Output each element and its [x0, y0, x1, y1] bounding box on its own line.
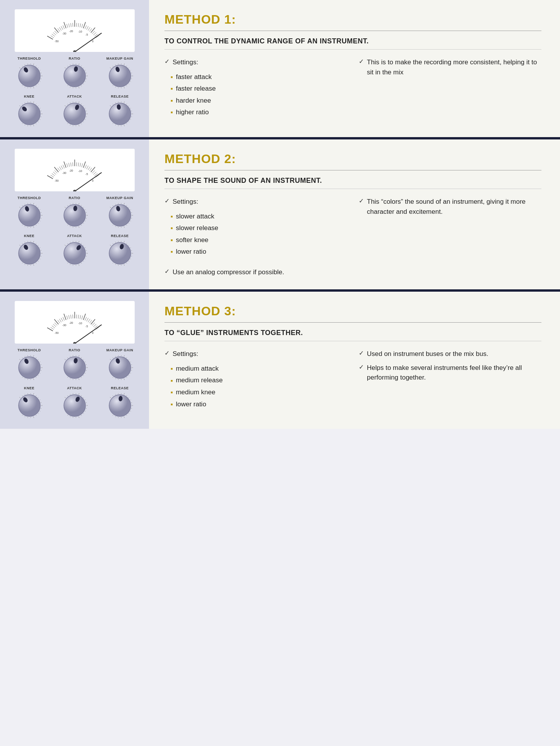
knob-container[interactable] [15, 392, 43, 419]
knob-label: RELEASE [111, 234, 128, 238]
svg-line-310 [85, 259, 86, 259]
svg-point-467 [19, 395, 40, 416]
settings-label: Settings: [173, 57, 198, 67]
svg-line-128 [67, 104, 68, 105]
svg-rect-171 [15, 149, 135, 191]
knob-container[interactable] [106, 392, 134, 419]
svg-line-155 [126, 103, 127, 104]
knob-container[interactable] [15, 100, 43, 128]
svg-line-426 [113, 358, 113, 358]
svg-line-57 [25, 87, 25, 88]
settings-column: ✓Settings:slower attackslower releasesof… [164, 197, 347, 258]
svg-line-491 [110, 397, 111, 399]
knob-container[interactable] [106, 239, 134, 267]
list-item: faster attack [171, 71, 347, 83]
svg-line-483 [81, 415, 81, 416]
svg-line-259 [124, 203, 124, 205]
svg-text:-20: -20 [69, 321, 73, 324]
method-title: METHOD 2: [164, 152, 541, 166]
svg-point-445 [109, 357, 131, 378]
check-icon: ✓ [164, 58, 170, 65]
vu-meter: -50-30-20-10-50 [15, 301, 135, 344]
svg-text:-5: -5 [85, 33, 87, 36]
svg-line-273 [113, 225, 113, 225]
svg-text:0: 0 [92, 179, 93, 182]
svg-line-149 [110, 105, 111, 107]
svg-line-52 [38, 84, 38, 84]
svg-line-151 [115, 102, 116, 103]
list-item: slower attack [171, 211, 347, 223]
svg-line-76 [79, 87, 79, 88]
knob-container[interactable] [61, 392, 89, 419]
knob-label: ATTACK [67, 234, 82, 238]
list-item: medium attack [171, 363, 347, 375]
knob-container[interactable] [61, 239, 89, 267]
svg-line-268 [126, 225, 127, 226]
svg-line-237 [79, 203, 79, 205]
svg-line-215 [33, 203, 34, 205]
knob-group-release: RELEASE [98, 95, 141, 128]
svg-line-68 [83, 68, 84, 68]
knob-container[interactable] [106, 354, 134, 382]
knob-container[interactable] [15, 239, 43, 267]
knob-container[interactable] [61, 62, 89, 90]
knob-container[interactable] [15, 62, 43, 90]
vu-meter: -50-30-20-10-50 [15, 9, 135, 52]
content-columns: ✓Settings:medium attackmedium releasemed… [164, 349, 541, 410]
svg-line-408 [79, 355, 79, 357]
svg-line-210 [19, 207, 20, 208]
svg-line-488 [67, 415, 68, 416]
knob-container[interactable] [61, 100, 89, 128]
svg-line-317 [67, 263, 68, 263]
svg-line-277 [22, 243, 22, 244]
svg-line-503 [130, 411, 131, 411]
svg-line-454 [38, 397, 38, 398]
check-icon: ✓ [359, 349, 364, 357]
svg-line-316 [70, 264, 70, 265]
svg-line-164 [124, 125, 124, 126]
svg-line-98 [124, 87, 124, 88]
left-panel-method3: -50-30-20-10-50THRESHOLDRATIOMAKEUP GAIN… [0, 292, 149, 429]
svg-line-510 [113, 415, 113, 416]
svg-line-409 [81, 358, 81, 358]
svg-line-493 [115, 394, 116, 395]
knob-container[interactable] [106, 201, 134, 229]
knob-container[interactable] [61, 354, 89, 382]
svg-line-313 [79, 264, 79, 266]
method-divider [164, 170, 541, 170]
svg-line-134 [83, 106, 84, 106]
svg-line-74 [83, 84, 84, 84]
knob-container[interactable] [106, 62, 134, 90]
knob-label: MAKEUP GAIN [106, 196, 133, 200]
knob-group-ratio: RATIO [53, 196, 96, 229]
svg-line-476 [83, 397, 84, 398]
knob-container[interactable] [61, 201, 89, 229]
svg-line-452 [33, 393, 34, 395]
note-column: ✓This “colors” the sound of an instrumen… [359, 197, 541, 258]
svg-line-261 [128, 207, 129, 208]
svg-line-217 [38, 207, 38, 208]
extra-check-item: ✓Use an analog compressor if possible. [164, 267, 541, 277]
svg-line-276 [19, 245, 20, 246]
check-icon: ✓ [164, 197, 170, 205]
knob-container[interactable] [15, 354, 43, 382]
svg-line-211 [22, 205, 22, 206]
svg-line-225 [33, 226, 34, 228]
svg-line-382 [22, 358, 22, 358]
method-section-3: -50-30-20-10-50THRESHOLDRATIOMAKEUP GAIN… [0, 292, 560, 429]
svg-point-59 [19, 65, 40, 87]
left-panel-method1: -50-30-20-10-50THRESHOLDRATIOMAKEUP GAIN… [0, 0, 149, 137]
knob-label: KNEE [24, 386, 34, 390]
knob-container[interactable] [106, 100, 134, 128]
svg-line-386 [33, 355, 34, 357]
svg-line-223 [38, 223, 38, 223]
page: -50-30-20-10-50THRESHOLDRATIOMAKEUP GAIN… [0, 0, 560, 429]
svg-line-229 [22, 225, 22, 225]
note-check-item: ✓Used on instrument buses or the mix bus… [359, 349, 541, 359]
knob-container[interactable] [15, 201, 43, 229]
knob-label: RELEASE [111, 386, 128, 390]
svg-line-39 [19, 67, 20, 69]
svg-point-147 [64, 103, 86, 125]
svg-line-395 [36, 377, 36, 378]
method-divider2 [164, 49, 541, 50]
